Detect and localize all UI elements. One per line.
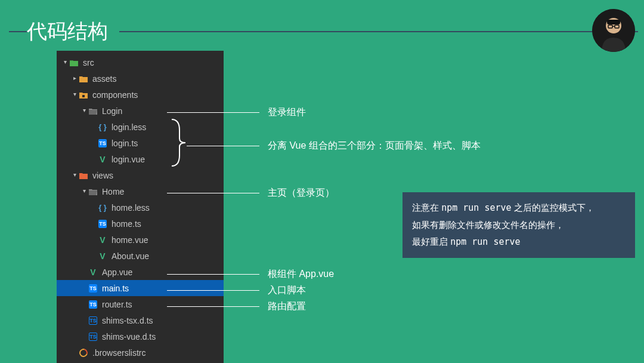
title-line-left bbox=[9, 31, 27, 32]
tree-label: App.vue bbox=[102, 267, 132, 277]
callout-text: 登录组件 bbox=[268, 106, 306, 119]
callout-line bbox=[167, 193, 259, 193]
tree-label: .browserslistrc bbox=[92, 348, 145, 358]
tree-item-shims-vue[interactable]: TS shims-vue.d.ts bbox=[57, 328, 224, 344]
note-code: npm run serve bbox=[450, 236, 520, 247]
tree-label: views bbox=[92, 171, 113, 180]
chevron-down-icon: ▾ bbox=[71, 171, 78, 178]
title-line-right bbox=[119, 31, 638, 32]
note-code: npm run serve bbox=[441, 202, 511, 213]
vue-icon: V bbox=[97, 251, 108, 262]
brace-icon bbox=[169, 118, 187, 167]
callout-text: 入口脚本 bbox=[268, 284, 306, 297]
ts-icon: TS bbox=[97, 138, 108, 149]
note-line-3: 最好重启 npm run serve bbox=[412, 233, 626, 251]
tree-label: assets bbox=[92, 74, 116, 84]
callout-line bbox=[167, 306, 259, 307]
tree-item-shims-tsx[interactable]: TS shims-tsx.d.ts bbox=[57, 312, 224, 328]
tree-item-home-vue[interactable]: V home.vue bbox=[57, 232, 224, 248]
callout-line bbox=[167, 274, 259, 275]
tree-label: main.ts bbox=[102, 284, 129, 293]
tree-item-views[interactable]: ▾ views bbox=[57, 167, 224, 183]
folder-components-icon bbox=[78, 90, 89, 100]
note-box: 注意在 npm run serve 之后的监控模式下， 如果有删除文件或修改文件… bbox=[402, 192, 635, 258]
ts-icon: TS bbox=[88, 283, 98, 294]
svg-rect-2 bbox=[607, 20, 620, 24]
file-explorer: ▾ src ▸ assets ▾ components ▾ Login { } … bbox=[57, 51, 224, 363]
tree-item-assets[interactable]: ▸ assets bbox=[57, 70, 224, 87]
tree-label: Login bbox=[102, 106, 122, 116]
tree-label: components bbox=[92, 90, 138, 100]
tree-label: login.vue bbox=[112, 155, 145, 164]
note-line-2: 如果有删除文件或修改文件名的操作， bbox=[412, 217, 626, 234]
callout-line bbox=[167, 112, 259, 113]
note-line-1: 注意在 npm run serve 之后的监控模式下， bbox=[412, 199, 626, 217]
note-text: 注意在 bbox=[412, 202, 441, 213]
callout-text: 主页（登录页） bbox=[268, 187, 335, 199]
avatar bbox=[592, 9, 635, 52]
less-icon: { } bbox=[97, 122, 108, 133]
tree-label: login.ts bbox=[112, 139, 138, 148]
avatar-image bbox=[592, 9, 635, 52]
tree-label: home.vue bbox=[112, 235, 148, 245]
dts-icon: TS bbox=[88, 315, 98, 326]
chevron-down-icon: ▾ bbox=[80, 107, 88, 113]
callout-login: 登录组件 bbox=[167, 106, 306, 119]
chevron-down-icon: ▾ bbox=[80, 187, 88, 194]
tree-item-home-less[interactable]: { } home.less bbox=[57, 199, 224, 216]
callout-home: 主页（登录页） bbox=[167, 187, 335, 199]
callout-app: 根组件 App.vue bbox=[167, 268, 334, 281]
svg-rect-6 bbox=[82, 95, 85, 97]
vue-icon: V bbox=[88, 267, 98, 278]
callout-line bbox=[167, 290, 259, 291]
callout-text: 分离 Vue 组合的三个部分：页面骨架、样式、脚本 bbox=[268, 140, 481, 152]
tree-item-home-ts[interactable]: TS home.ts bbox=[57, 216, 224, 232]
note-text: 之后的监控模式下， bbox=[512, 202, 595, 213]
less-icon: { } bbox=[97, 202, 108, 213]
dts-icon: TS bbox=[88, 331, 98, 342]
ts-icon: TS bbox=[88, 299, 98, 310]
callout-main: 入口脚本 bbox=[167, 284, 306, 297]
callout-router: 路由配置 bbox=[167, 300, 306, 313]
folder-open-icon bbox=[88, 186, 98, 197]
tree-label: src bbox=[83, 58, 94, 67]
browserslist-icon bbox=[78, 347, 89, 358]
callout-line bbox=[187, 146, 259, 146]
tree-label: shims-tsx.d.ts bbox=[102, 316, 153, 325]
folder-views-icon bbox=[78, 170, 89, 181]
folder-open-icon bbox=[88, 106, 98, 116]
tree-item-login-less[interactable]: { } login.less bbox=[57, 119, 224, 135]
tree-item-browserslistrc[interactable]: .browserslistrc bbox=[57, 344, 224, 361]
tree-item-components[interactable]: ▾ components bbox=[57, 87, 224, 103]
chevron-down-icon: ▾ bbox=[61, 59, 69, 65]
callout-split: 分离 Vue 组合的三个部分：页面骨架、样式、脚本 bbox=[187, 140, 481, 152]
note-text: 最好重启 bbox=[412, 236, 450, 247]
callout-text: 根组件 App.vue bbox=[268, 268, 334, 281]
ts-icon: TS bbox=[97, 219, 108, 229]
tree-label: About.vue bbox=[112, 251, 149, 261]
vue-icon: V bbox=[97, 235, 108, 245]
tree-item-login-vue[interactable]: V login.vue bbox=[57, 151, 224, 167]
chevron-down-icon: ▾ bbox=[71, 91, 78, 97]
tree-item-about-vue[interactable]: V About.vue bbox=[57, 248, 224, 264]
callout-text: 路由配置 bbox=[268, 300, 306, 313]
tree-label: router.ts bbox=[102, 300, 132, 309]
tree-label: shims-vue.d.ts bbox=[102, 332, 156, 342]
folder-assets-icon bbox=[78, 73, 89, 84]
page-title: 代码结构 bbox=[27, 18, 108, 45]
tree-label: home.ts bbox=[112, 219, 141, 229]
tree-label: home.less bbox=[112, 203, 150, 213]
vue-icon: V bbox=[97, 154, 108, 165]
tree-item-src[interactable]: ▾ src bbox=[57, 54, 224, 70]
tree-label: login.less bbox=[112, 122, 146, 132]
tree-label: Home bbox=[102, 187, 124, 196]
folder-src-icon bbox=[69, 57, 79, 68]
chevron-right-icon: ▸ bbox=[71, 75, 78, 81]
